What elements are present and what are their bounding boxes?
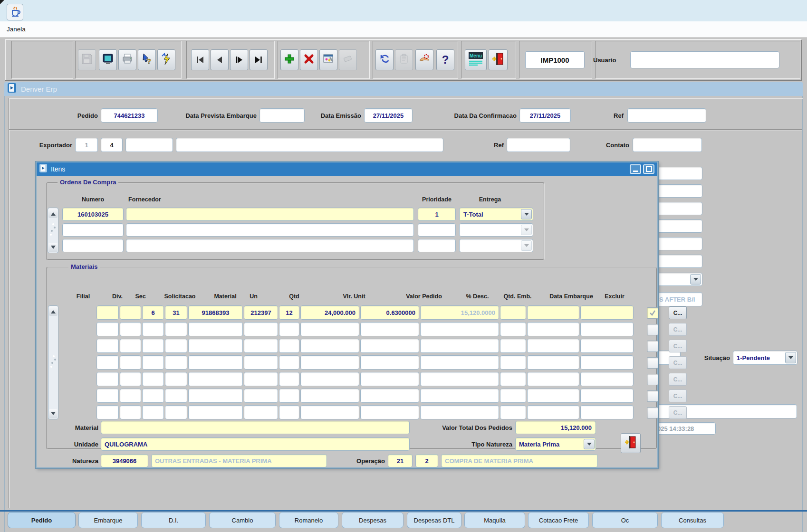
solicitacao-cell[interactable] xyxy=(188,339,243,353)
sec-cell[interactable] xyxy=(165,372,187,386)
table-row[interactable] xyxy=(37,389,657,403)
exportador-field-b[interactable]: 4 xyxy=(101,138,123,152)
operacao-field-b[interactable]: 2 xyxy=(415,454,438,467)
vlr-unit-cell[interactable] xyxy=(360,355,419,370)
un-cell[interactable] xyxy=(279,389,299,403)
vlr-unit-cell[interactable] xyxy=(360,372,419,386)
material-cell[interactable] xyxy=(244,322,278,336)
query-button[interactable] xyxy=(319,49,337,70)
sec-cell[interactable]: 31 xyxy=(165,305,187,320)
qtd-emb-cell[interactable] xyxy=(527,322,579,336)
ref-field-2[interactable] xyxy=(507,138,570,152)
filial-b-cell[interactable] xyxy=(120,322,141,336)
filial-b-cell[interactable] xyxy=(120,389,141,403)
un-cell[interactable] xyxy=(279,339,299,353)
filial-b-cell[interactable] xyxy=(120,405,141,419)
data-da-confirmacao-field[interactable]: 27/11/2025 xyxy=(519,108,571,123)
java-app-button[interactable] xyxy=(7,4,23,20)
delete-record-button[interactable] xyxy=(300,49,318,70)
data-embarque-cell[interactable] xyxy=(580,322,634,336)
sec-cell[interactable] xyxy=(165,355,187,370)
vlr-unit-cell[interactable]: 0.6300000 xyxy=(360,305,419,320)
help-button[interactable]: ? xyxy=(436,49,454,70)
solicitacao-cell[interactable] xyxy=(188,389,243,403)
tipo-natureza-dropdown[interactable]: Materia Prima xyxy=(515,437,596,451)
un-cell[interactable] xyxy=(279,372,299,386)
erase-button[interactable] xyxy=(339,49,357,70)
fornecedor-cell[interactable] xyxy=(126,239,414,252)
div-cell[interactable]: 6 xyxy=(142,305,164,320)
situacao-dropdown[interactable]: 1-Pendente xyxy=(733,351,797,365)
screen-button[interactable] xyxy=(99,49,117,70)
sec-cell[interactable] xyxy=(165,405,187,419)
desc-cell[interactable] xyxy=(500,389,526,403)
scroll-up-icon[interactable] xyxy=(48,209,58,218)
operacao-field-a[interactable]: 21 xyxy=(388,454,413,467)
numero-cell[interactable] xyxy=(62,239,124,252)
excluir-checkbox[interactable] xyxy=(647,324,658,335)
last-record-button[interactable] xyxy=(250,49,268,70)
filial-b-cell[interactable] xyxy=(120,355,141,370)
program-code-field[interactable]: IMP1000 xyxy=(525,51,585,68)
tab-oc[interactable]: Oc xyxy=(592,512,658,528)
qtd-emb-cell[interactable] xyxy=(527,372,579,386)
excluir-checkbox[interactable] xyxy=(647,341,658,352)
desc-cell[interactable] xyxy=(500,339,526,353)
fornecedor-cell[interactable] xyxy=(126,223,414,237)
data-embarque-cell[interactable] xyxy=(580,305,634,320)
desc-cell[interactable] xyxy=(500,355,526,370)
scrollbar-grip[interactable] xyxy=(51,230,53,232)
material-cell[interactable] xyxy=(244,372,278,386)
tab-despesas[interactable]: Despesas xyxy=(342,512,404,528)
tab-maquila[interactable]: Maquila xyxy=(464,512,525,528)
execute-button[interactable] xyxy=(157,49,175,70)
menu-button[interactable]: Menu xyxy=(465,49,487,70)
div-cell[interactable] xyxy=(142,405,164,419)
solicitacao-cell[interactable] xyxy=(188,372,243,386)
div-cell[interactable] xyxy=(142,372,164,386)
tab-cambio[interactable]: Cambio xyxy=(209,512,276,528)
minimize-button[interactable] xyxy=(630,164,641,174)
material-cell[interactable] xyxy=(244,389,278,403)
excluir-checkbox[interactable] xyxy=(647,307,658,319)
undo-button[interactable] xyxy=(375,49,394,70)
desc-cell[interactable] xyxy=(500,405,526,419)
solicitacao-cell[interactable] xyxy=(188,322,243,336)
table-row[interactable] xyxy=(37,372,657,386)
exit-button[interactable] xyxy=(489,49,508,70)
filial-a-cell[interactable] xyxy=(96,389,119,403)
exportador-field-c[interactable] xyxy=(125,138,173,152)
natureza-cod-field[interactable]: 3949066 xyxy=(101,454,148,467)
sec-cell[interactable] xyxy=(165,339,187,353)
excluir-checkbox[interactable] xyxy=(647,407,658,418)
scroll-down-icon[interactable] xyxy=(48,243,58,252)
numero-cell[interactable] xyxy=(62,223,124,237)
div-cell[interactable] xyxy=(142,355,164,370)
data-embarque-cell[interactable] xyxy=(580,355,634,370)
tab-consultas[interactable]: Consultas xyxy=(661,512,724,528)
data-embarque-cell[interactable] xyxy=(580,405,634,419)
ref-field-1[interactable] xyxy=(627,108,706,123)
pedido-field[interactable]: 744621233 xyxy=(101,108,158,123)
contato-field[interactable] xyxy=(633,138,702,152)
chevron-down-icon[interactable] xyxy=(785,352,796,363)
tab-cotacao-frete[interactable]: Cotacao Frete xyxy=(528,512,589,528)
data-emissao-field[interactable]: 27/11/2025 xyxy=(364,108,413,123)
un-cell[interactable]: 12 xyxy=(279,305,299,320)
filial-a-cell[interactable] xyxy=(96,372,119,386)
qtd-emb-cell[interactable] xyxy=(527,389,579,403)
material-cell[interactable] xyxy=(244,405,278,419)
entrega-dropdown[interactable]: T-Total xyxy=(459,208,533,221)
itens-titlebar[interactable]: Itens xyxy=(37,162,657,176)
prioridade-cell[interactable]: 1 xyxy=(418,208,456,221)
tab-despesas-dtl[interactable]: Despesas DTL xyxy=(407,512,461,528)
div-cell[interactable] xyxy=(142,389,164,403)
chevron-down-icon[interactable] xyxy=(521,209,532,219)
vlr-unit-cell[interactable] xyxy=(360,339,419,353)
qtd-cell[interactable] xyxy=(300,355,359,370)
table-row[interactable] xyxy=(37,405,657,419)
chevron-down-icon[interactable] xyxy=(584,439,595,449)
qtd-cell[interactable] xyxy=(300,389,359,403)
usuario-input[interactable] xyxy=(630,51,779,68)
excluir-checkbox[interactable] xyxy=(647,357,658,369)
